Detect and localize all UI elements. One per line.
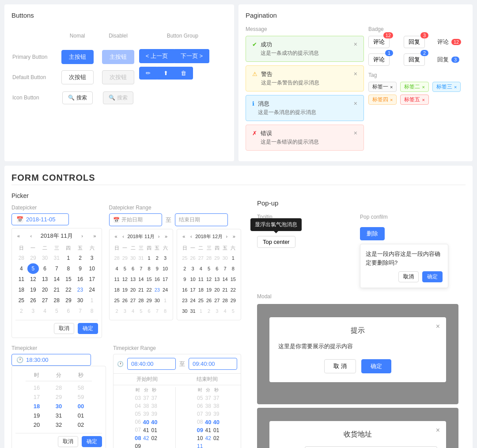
dual-cal-next-year-dec[interactable]: » — [231, 233, 237, 240]
table-row[interactable]: 24 — [86, 285, 98, 295]
time-cell[interactable]: 41 — [205, 426, 211, 434]
time-range-start-input[interactable]: 08:40:00 — [127, 358, 176, 370]
cal-prev-year[interactable]: « — [15, 232, 22, 239]
tag-2-close[interactable]: × — [422, 84, 424, 90]
time-cell[interactable]: 20 — [26, 420, 48, 429]
time-cell[interactable]: 01 — [151, 426, 157, 434]
pop-confirm-delete-button[interactable]: 删除 — [360, 227, 385, 240]
table-row[interactable]: 29 — [27, 253, 39, 263]
dual-cal-prev-year-dec[interactable]: « — [181, 233, 187, 240]
cal-next-year[interactable]: » — [91, 232, 98, 239]
time-cell[interactable]: 09 — [197, 426, 203, 434]
table-row[interactable]: 27 — [39, 295, 51, 306]
time-cell[interactable]: 07 — [135, 426, 141, 434]
dual-cal-next-year-nov[interactable]: » — [163, 233, 169, 240]
time-cell[interactable]: 41 — [143, 426, 149, 434]
table-row[interactable]: 26 — [27, 295, 39, 306]
modal-1-cancel-button[interactable]: 取 消 — [324, 359, 356, 373]
tag-1-close[interactable]: × — [390, 84, 393, 90]
dual-cal-next-month-dec[interactable]: › — [224, 233, 230, 240]
time-cell[interactable]: 00 — [70, 402, 92, 411]
time-cell[interactable]: 31 — [48, 411, 70, 420]
time-cell[interactable]: 04 — [135, 402, 141, 410]
form-input-name[interactable] — [305, 446, 437, 448]
table-row[interactable]: 13 — [39, 274, 51, 285]
time-cell[interactable]: 42 — [205, 434, 211, 442]
table-row[interactable]: 8 — [63, 263, 75, 274]
datepicker-input[interactable]: 📅 2018-11-05 — [11, 213, 69, 225]
date-range-end-input[interactable]: 结束日期 — [175, 213, 228, 226]
time-cell[interactable]: 42 — [143, 434, 149, 442]
time-cell[interactable]: 11 — [197, 442, 203, 448]
table-row[interactable]: 3 — [86, 253, 98, 263]
table-row[interactable]: 16 — [74, 274, 86, 285]
modal-close-2[interactable]: × — [436, 426, 440, 434]
table-row[interactable]: 4 — [39, 306, 51, 316]
time-cell[interactable]: 32 — [48, 420, 70, 429]
time-cell[interactable]: 37 — [143, 394, 149, 402]
pop-confirm-ok-button[interactable]: 确定 — [422, 271, 443, 282]
table-row[interactable]: 12 — [27, 274, 39, 285]
time-cell[interactable]: 39 — [151, 410, 157, 418]
modal-1-ok-button[interactable]: 确定 — [361, 359, 391, 373]
time-cell[interactable]: 38 — [213, 402, 219, 410]
time-cell[interactable]: 38 — [151, 402, 157, 410]
share-icon-button[interactable]: ⬆ — [157, 67, 174, 80]
table-row[interactable]: 5 — [51, 306, 63, 316]
table-row[interactable]: 4 — [15, 263, 27, 274]
time-cell[interactable]: 01 — [213, 426, 219, 434]
time-cell[interactable]: 40 — [151, 418, 157, 426]
dual-cal-next-month-nov[interactable]: › — [156, 233, 162, 240]
timepicker-cancel[interactable]: 取消 — [58, 436, 78, 447]
time-cell[interactable]: 05 — [135, 410, 141, 418]
msg-success-close[interactable]: × — [354, 41, 357, 48]
table-row[interactable]: 5 — [27, 263, 39, 274]
dual-cal-prev-year[interactable]: « — [113, 233, 119, 240]
time-cell[interactable]: 06 — [135, 418, 141, 426]
table-row[interactable]: 7 — [51, 263, 63, 274]
table-row[interactable]: 30 — [39, 253, 51, 263]
table-row[interactable]: 30 — [74, 295, 86, 306]
dual-cal-prev-month[interactable]: ‹ — [121, 233, 126, 240]
time-cell[interactable]: 39 — [205, 410, 211, 418]
table-row[interactable]: 6 — [63, 306, 75, 316]
time-cell[interactable]: 37 — [205, 394, 211, 402]
msg-warning-close[interactable]: × — [354, 70, 357, 77]
cal-next-month[interactable]: › — [80, 232, 85, 239]
table-row[interactable]: 6 — [39, 263, 51, 274]
date-range-start-input[interactable]: 📅 开始日期 — [109, 213, 162, 226]
cal-prev-month[interactable]: ‹ — [29, 232, 34, 239]
time-cell[interactable]: 03 — [135, 394, 141, 402]
table-row[interactable]: 31 — [51, 253, 63, 263]
table-row[interactable]: 3 — [27, 306, 39, 316]
table-row[interactable]: 1 — [63, 253, 75, 263]
time-cell[interactable]: 01 — [70, 411, 92, 420]
msg-info-close[interactable]: × — [354, 100, 357, 107]
table-row[interactable]: 23 — [74, 285, 86, 295]
table-row[interactable]: 9 — [74, 263, 86, 274]
pop-confirm-cancel-button[interactable]: 取消 — [398, 271, 419, 282]
tag-3-close[interactable]: × — [454, 84, 457, 90]
table-row[interactable]: 20 — [39, 285, 51, 295]
time-cell[interactable]: 02 — [151, 434, 157, 442]
primary-button[interactable]: 主按钮 — [61, 50, 94, 64]
time-cell[interactable]: 08 — [135, 434, 141, 442]
time-cell[interactable]: 16 — [26, 383, 48, 392]
time-cell[interactable]: 38 — [143, 402, 149, 410]
time-cell[interactable]: 29 — [48, 392, 70, 402]
time-cell[interactable]: 59 — [70, 392, 92, 402]
table-row[interactable]: 28 — [51, 295, 63, 306]
table-row[interactable]: 29 — [63, 295, 75, 306]
table-row[interactable]: 19 — [27, 285, 39, 295]
time-cell[interactable]: 05 — [197, 394, 203, 402]
time-cell[interactable]: 38 — [205, 402, 211, 410]
time-cell[interactable]: 18 — [26, 402, 48, 411]
table-row[interactable]: 22 — [63, 285, 75, 295]
time-cell[interactable]: 40 — [143, 418, 149, 426]
time-cell[interactable]: 30 — [48, 402, 70, 411]
time-cell[interactable]: 58 — [70, 383, 92, 392]
table-row[interactable]: 2 — [15, 306, 27, 316]
time-cell[interactable]: 02 — [213, 434, 219, 442]
table-row[interactable]: 10 — [86, 263, 98, 274]
time-cell[interactable]: 08 — [197, 418, 203, 426]
